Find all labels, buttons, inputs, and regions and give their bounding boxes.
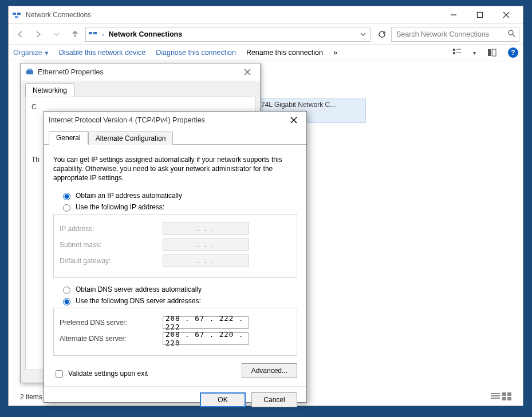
search-input[interactable]: [395, 30, 504, 39]
radio-obtain-ip-auto-label: Obtain an IP address automatically: [76, 192, 182, 200]
organize-menu[interactable]: Organize ▾: [13, 49, 49, 57]
svg-rect-19: [491, 398, 500, 399]
tab-networking[interactable]: Networking: [25, 84, 74, 97]
recent-dropdown-icon[interactable]: [49, 26, 65, 42]
radio-obtain-dns-auto-input[interactable]: [63, 287, 70, 294]
maximize-button[interactable]: [467, 7, 493, 23]
radio-use-following-ip[interactable]: Use the following IP address:: [60, 202, 297, 212]
address-bar[interactable]: › Network Connections: [85, 27, 371, 42]
validate-settings-label: Validate settings upon exit: [68, 370, 148, 378]
svg-line-10: [513, 34, 515, 37]
ethernet-dialog-title: Ethernet0 Properties: [38, 68, 239, 76]
titlebar: Network Connections: [9, 6, 523, 23]
chevron-down-icon[interactable]: ▾: [473, 50, 476, 56]
ipv4-dialog-body: You can get IP settings assigned automat…: [44, 145, 306, 386]
diagnose-connection-button[interactable]: Diagnose this connection: [156, 49, 236, 57]
radio-use-following-ip-label: Use the following IP address:: [76, 203, 164, 211]
radio-obtain-ip-auto[interactable]: Obtain an IP address automatically: [60, 191, 297, 200]
view-options-button[interactable]: [451, 47, 463, 58]
tab-alternate-configuration[interactable]: Alternate Configuration: [88, 132, 174, 145]
svg-rect-17: [491, 393, 500, 394]
svg-rect-14: [456, 52, 461, 53]
alternate-dns-label: Alternate DNS server:: [60, 335, 163, 343]
radio-use-following-dns-input[interactable]: [63, 298, 70, 305]
adapter-icon: [25, 67, 34, 77]
subnet-mask-input: ...: [163, 239, 249, 251]
advanced-button[interactable]: Advanced...: [242, 363, 297, 378]
svg-rect-11: [453, 49, 455, 51]
adapter-name: 74L Gigabit Network C...: [261, 101, 362, 109]
svg-rect-15: [488, 49, 491, 56]
default-gateway-label: Default gateway:: [60, 257, 163, 265]
svg-rect-8: [93, 32, 97, 34]
tiles-view-icon[interactable]: [502, 392, 511, 402]
svg-rect-16: [492, 49, 496, 56]
validate-settings-checkbox[interactable]: [56, 370, 63, 378]
validate-settings-checkbox-row[interactable]: Validate settings upon exit: [53, 368, 148, 379]
organize-label: Organize: [13, 49, 42, 57]
svg-rect-13: [456, 49, 461, 50]
more-commands-button[interactable]: »: [333, 49, 337, 57]
ipv4-properties-dialog: Internet Protocol Version 4 (TCP/IPv4) P…: [44, 111, 307, 403]
breadcrumb-separator-icon: ›: [101, 31, 105, 38]
connect-using-label: C: [31, 103, 249, 111]
ethernet-dialog-titlebar: Ethernet0 Properties: [21, 63, 260, 81]
radio-obtain-dns-auto[interactable]: Obtain DNS server address automatically: [60, 285, 297, 294]
network-connections-icon: [12, 10, 21, 19]
radio-use-following-dns-label: Use the following DNS server addresses:: [76, 297, 201, 305]
breadcrumb[interactable]: Network Connections: [109, 30, 183, 38]
ethernet-dialog-close-button[interactable]: [239, 65, 255, 79]
subnet-mask-label: Subnet mask:: [60, 241, 163, 249]
ipv4-dialog-title: Internet Protocol Version 4 (TCP/IPv4) P…: [49, 116, 286, 124]
svg-rect-4: [478, 13, 483, 18]
svg-rect-24: [26, 70, 33, 74]
svg-rect-1: [17, 13, 21, 15]
search-box[interactable]: [391, 27, 519, 42]
command-bar: Organize ▾ Disable this network device D…: [9, 44, 523, 61]
manual-dns-group: Preferred DNS server: 208 . 67 . 222 . 2…: [53, 308, 297, 356]
ok-button[interactable]: OK: [200, 392, 246, 407]
default-gateway-input: ...: [163, 255, 249, 267]
close-button[interactable]: [493, 7, 519, 23]
svg-rect-23: [507, 397, 511, 400]
manual-ip-group: IP address: ... Subnet mask: ... Default…: [53, 214, 297, 278]
search-icon: [507, 29, 515, 39]
refresh-button[interactable]: [375, 27, 389, 41]
ip-address-label: IP address:: [60, 225, 163, 233]
tab-general[interactable]: General: [49, 131, 88, 145]
nav-bar: › Network Connections: [9, 23, 523, 44]
disable-device-button[interactable]: Disable this network device: [59, 49, 145, 57]
help-button[interactable]: ?: [508, 47, 518, 58]
radio-use-following-ip-input[interactable]: [63, 204, 70, 212]
svg-rect-20: [502, 392, 506, 396]
window-title: Network Connections: [26, 11, 440, 19]
up-button[interactable]: [67, 26, 83, 42]
back-button[interactable]: [12, 26, 28, 42]
ip-address-input: ...: [163, 223, 249, 235]
radio-obtain-ip-auto-input[interactable]: [63, 193, 70, 200]
ipv4-tabstrip: General Alternate Configuration: [44, 129, 306, 145]
location-icon: [88, 30, 97, 39]
status-item-count: 2 items: [20, 393, 42, 401]
svg-rect-22: [502, 397, 506, 400]
alternate-dns-input[interactable]: 208 . 67 . 220 . 220: [163, 332, 249, 345]
radio-obtain-dns-auto-label: Obtain DNS server address automatically: [76, 285, 202, 293]
ipv4-dialog-buttons: OK Cancel: [44, 386, 306, 413]
radio-use-following-dns[interactable]: Use the following DNS server addresses:: [60, 296, 297, 305]
preferred-dns-input[interactable]: 208 . 67 . 222 . 222: [163, 316, 249, 329]
ipv4-dialog-titlebar: Internet Protocol Version 4 (TCP/IPv4) P…: [44, 112, 306, 129]
details-view-icon[interactable]: [491, 392, 500, 402]
rename-connection-button[interactable]: Rename this connection: [246, 49, 323, 57]
forward-button[interactable]: [30, 26, 46, 42]
address-dropdown-icon[interactable]: [358, 30, 368, 39]
cancel-button[interactable]: Cancel: [251, 392, 297, 407]
svg-rect-7: [89, 32, 92, 34]
svg-rect-18: [491, 395, 500, 396]
svg-rect-0: [13, 13, 16, 15]
minimize-button[interactable]: [440, 7, 467, 23]
svg-rect-12: [453, 52, 455, 54]
preview-pane-button[interactable]: [486, 47, 498, 58]
svg-rect-21: [507, 392, 511, 396]
svg-point-9: [509, 30, 513, 35]
ipv4-dialog-close-button[interactable]: [286, 113, 302, 127]
